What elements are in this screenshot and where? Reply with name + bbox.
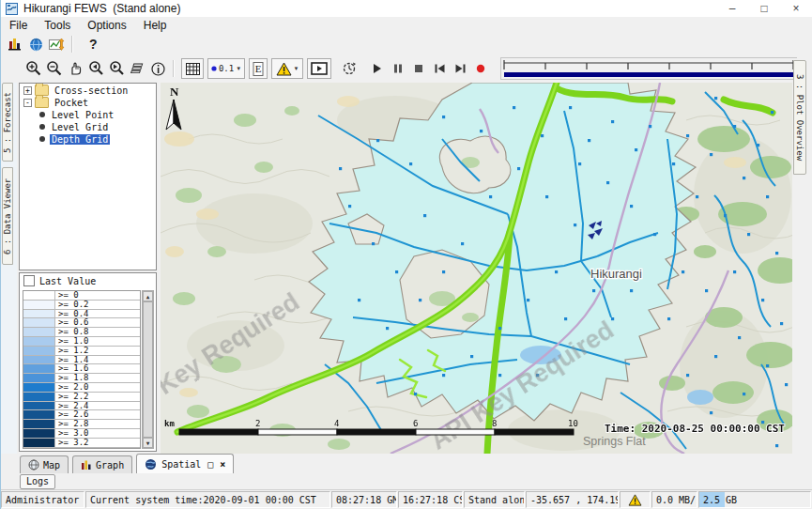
window-title: Hikurangi FEWS (Stand alone) — [23, 2, 180, 15]
legend-swatch — [23, 301, 55, 309]
svg-text:km: km — [164, 419, 175, 428]
legend-swatch — [23, 383, 55, 392]
tab-forecast[interactable]: 5 : Forecast — [2, 83, 13, 162]
legend-scrollbar[interactable]: ▲ ▼ — [142, 290, 154, 449]
tab-graph[interactable]: Graph — [72, 455, 132, 473]
collapse-icon[interactable]: - — [23, 99, 32, 107]
maximize-button[interactable]: □ — [748, 0, 780, 17]
legend-swatch — [23, 410, 55, 419]
expand-icon[interactable]: + — [23, 86, 32, 95]
status-local-time: 16:27:18 CST — [398, 491, 463, 508]
tab-plot-overview[interactable]: 3 : Plot Overview — [793, 60, 806, 175]
grid-layer-button[interactable] — [181, 58, 204, 79]
pan-hand-icon[interactable] — [65, 57, 85, 80]
timeseries-dialog-icon[interactable] — [46, 33, 67, 55]
tree-item-label[interactable]: Cross-section — [53, 85, 130, 96]
legend-label: >= 0.2 — [55, 301, 140, 309]
status-user: Administrator — [1, 491, 84, 508]
tree-item-label-selected[interactable]: Depth Grid — [50, 134, 110, 145]
tree-item-level-grid[interactable]: Level Grid — [20, 121, 156, 132]
layers-icon[interactable] — [127, 57, 147, 80]
legend-label: >= 1.0 — [55, 337, 140, 346]
time-slider-bar[interactable] — [504, 72, 793, 77]
globe-icon — [145, 458, 157, 470]
svg-text:10: 10 — [568, 419, 578, 428]
database-viewer-icon[interactable] — [5, 33, 25, 55]
menu-help[interactable]: Help — [135, 19, 176, 32]
legend-label: >= 1.2 — [55, 347, 140, 355]
tab-data-viewer[interactable]: 6 : Data Viewer — [2, 167, 13, 265]
node-bullet-icon — [39, 124, 45, 130]
legend-label: >= 0.4 — [55, 310, 140, 318]
record-button[interactable] — [470, 57, 491, 80]
scrollbar-thumb[interactable] — [143, 301, 153, 438]
tree-item-label[interactable]: Level Grid — [50, 122, 110, 132]
tree-item-label[interactable]: Level Point — [50, 110, 115, 120]
globe-icon[interactable] — [25, 33, 46, 55]
legend-label: >= 1.4 — [55, 356, 140, 364]
close-button[interactable]: × — [780, 0, 812, 17]
legend-row: >= 3.2 — [23, 439, 140, 448]
last-value-row: Last Value — [20, 273, 156, 288]
toolbar-separator — [173, 60, 175, 77]
animation-player-button[interactable] — [307, 58, 331, 79]
tab-map-label: Map — [43, 460, 60, 470]
skip-to-start-button[interactable] — [429, 57, 450, 80]
skip-to-end-button[interactable] — [450, 57, 470, 80]
animation-settings-icon[interactable] — [339, 57, 360, 80]
legend-swatch — [23, 318, 55, 327]
info-icon[interactable] — [147, 57, 168, 80]
pause-button[interactable] — [388, 57, 408, 80]
menu-file[interactable]: File — [1, 19, 36, 32]
node-bullet-icon — [39, 136, 45, 142]
value-threshold-dropdown[interactable]: 0.1 ▼ — [207, 58, 245, 79]
legend-label: >= 3.0 — [55, 429, 140, 438]
labels-toggle-button[interactable]: E — [249, 58, 268, 79]
left-tab-strip: 5 : Forecast 6 : Data Viewer — [1, 83, 17, 454]
legend-label: >= 0.8 — [55, 328, 140, 336]
legend-label: >= 3.2 — [55, 439, 140, 447]
legend-swatch — [23, 291, 55, 300]
tab-spatial[interactable]: Spatial □ × — [136, 454, 234, 473]
legend-label: >= 0.6 — [55, 318, 140, 327]
tree-item-label[interactable]: Pocket — [53, 98, 90, 108]
bottom-tab-bar: Map Graph Spatial □ × — [1, 454, 812, 473]
menu-options[interactable]: Options — [79, 19, 134, 32]
status-memory: 2.5 GB — [698, 491, 811, 508]
status-warning[interactable] — [620, 491, 651, 508]
zoom-in-icon[interactable] — [23, 57, 44, 80]
legend-panel: Last Value >= 0>= 0.2>= 0.4>= 0.6>= 0.8>… — [19, 272, 157, 452]
tree-item-pocket[interactable]: - Pocket — [20, 97, 156, 108]
legend-swatch — [23, 328, 55, 336]
help-button[interactable]: ? — [89, 37, 98, 52]
play-button[interactable] — [367, 57, 388, 80]
zoom-out-icon[interactable] — [44, 57, 65, 80]
zoom-next-icon[interactable] — [106, 57, 127, 80]
tab-maximize-icon[interactable]: □ — [207, 459, 213, 470]
main-toolbar: ? — [1, 34, 812, 54]
tab-close-icon[interactable]: × — [220, 459, 225, 470]
warning-threshold-dropdown[interactable]: ▼ — [271, 58, 303, 79]
time-slider[interactable] — [500, 57, 797, 80]
memory-usage-label: 2.5 GB — [703, 495, 737, 505]
legend-swatch — [23, 310, 55, 318]
stop-button[interactable] — [408, 57, 429, 80]
tree-item-depth-grid[interactable]: Depth Grid — [20, 133, 156, 145]
tab-graph-label: Graph — [96, 460, 124, 470]
legend-swatch — [23, 356, 55, 364]
scroll-up-icon[interactable]: ▲ — [143, 291, 153, 301]
legend-swatch — [23, 347, 55, 355]
last-value-checkbox[interactable] — [23, 275, 35, 286]
svg-text:N: N — [170, 85, 179, 99]
tab-map[interactable]: Map — [20, 455, 69, 473]
tree-item-level-point[interactable]: Level Point — [20, 109, 156, 120]
legend-swatch — [23, 402, 55, 410]
map-canvas[interactable]: Hikurangi Springs Flat API Key Required … — [161, 83, 792, 454]
minimize-button[interactable]: – — [716, 0, 748, 17]
scroll-down-icon[interactable]: ▼ — [143, 438, 153, 448]
svg-text:8: 8 — [492, 419, 497, 428]
menu-tools[interactable]: Tools — [36, 19, 79, 32]
logs-button[interactable]: Logs — [20, 474, 55, 489]
legend-swatch — [23, 364, 55, 373]
zoom-previous-icon[interactable] — [85, 57, 106, 80]
